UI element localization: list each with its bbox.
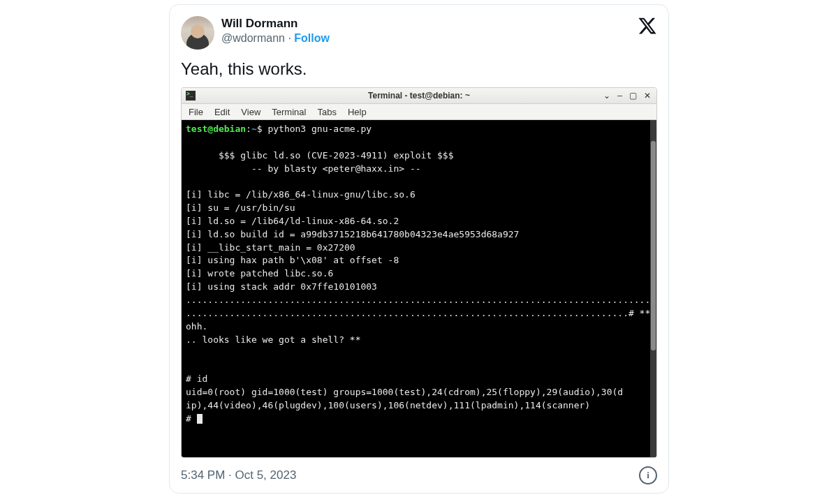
info-line: [i] libc = /lib/x86_64-linux-gnu/libc.so… <box>186 189 416 200</box>
window-buttons: ⌄ – ▢ ✕ <box>603 91 656 101</box>
avatar[interactable] <box>181 16 214 50</box>
root-prompt: # <box>186 413 197 424</box>
terminal-body[interactable]: test@debian:~$ python3 gnu-acme.py $$$ g… <box>182 120 656 457</box>
id-output: uid=0(root) gid=1000(test) groups=1000(t… <box>186 387 623 397</box>
info-line: [i] ld.so build id = a99db3715218b641780… <box>186 229 519 239</box>
menu-file[interactable]: File <box>189 107 203 117</box>
cursor-icon <box>197 414 203 424</box>
menu-terminal[interactable]: Terminal <box>272 107 306 117</box>
menu-edit[interactable]: Edit <box>214 107 230 117</box>
terminal-menubar: File Edit View Terminal Tabs Help <box>182 104 656 120</box>
banner-line-1: $$$ glibc ld.so (CVE-2023-4911) exploit … <box>186 150 454 161</box>
info-line: [i] su = /usr/bin/su <box>186 202 295 213</box>
info-line: [i] __libc_start_main = 0x27200 <box>186 242 355 253</box>
tweet-header: Will Dormann @wdormann · Follow <box>181 16 657 50</box>
handle-row: @wdormann · Follow <box>221 31 631 46</box>
terminal-app-icon <box>186 91 196 101</box>
timestamp[interactable]: 5:34 PM · Oct 5, 2023 <box>181 468 296 482</box>
info-line: [i] using stack addr 0x7ffe10101003 <box>186 281 377 292</box>
info-line: [i] wrote patched libc.so.6 <box>186 268 333 279</box>
prompt-path: ~ <box>251 124 257 134</box>
shell-msg: .. looks like we got a shell? ** <box>186 334 360 345</box>
author-names: Will Dormann @wdormann · Follow <box>221 16 631 46</box>
id-output: ip),44(video),46(plugdev),100(users),106… <box>186 400 590 410</box>
terminal-title: Terminal - test@debian: ~ <box>368 91 470 101</box>
handle[interactable]: @wdormann <box>221 32 285 44</box>
dots-line: ........................................… <box>186 308 656 332</box>
info-icon[interactable]: i <box>639 466 657 484</box>
maximize-icon[interactable]: ▢ <box>629 91 637 101</box>
tweet-footer: 5:34 PM · Oct 5, 2023 i <box>181 466 657 484</box>
info-line: [i] using hax path b'\x08' at offset -8 <box>186 255 399 265</box>
x-logo-icon[interactable] <box>638 16 657 36</box>
terminal-titlebar: Terminal - test@debian: ~ ⌄ – ▢ ✕ <box>182 88 656 104</box>
follow-link[interactable]: Follow <box>294 32 330 44</box>
banner-line-2: -- by blasty <peter@haxx.in> -- <box>186 163 421 174</box>
tweet-card: Will Dormann @wdormann · Follow Yeah, th… <box>169 4 669 494</box>
prompt-host: test@debian <box>186 124 246 134</box>
terminal-window: Terminal - test@debian: ~ ⌄ – ▢ ✕ File E… <box>181 87 657 458</box>
display-name[interactable]: Will Dormann <box>221 16 631 31</box>
menu-view[interactable]: View <box>241 107 260 117</box>
info-line: [i] ld.so = /lib64/ld-linux-x86-64.so.2 <box>186 216 399 226</box>
scrollbar[interactable] <box>650 120 656 457</box>
command: python3 gnu-acme.py <box>267 124 372 134</box>
minimize-icon[interactable]: – <box>617 91 622 101</box>
id-command: # id <box>186 373 207 384</box>
menu-help[interactable]: Help <box>348 107 367 117</box>
close-icon[interactable]: ✕ <box>644 91 651 101</box>
menu-down-icon[interactable]: ⌄ <box>603 91 610 101</box>
tweet-text: Yeah, this works. <box>181 59 657 79</box>
dots-line: ........................................… <box>186 295 657 305</box>
menu-tabs[interactable]: Tabs <box>317 107 336 117</box>
separator: · <box>288 32 294 44</box>
